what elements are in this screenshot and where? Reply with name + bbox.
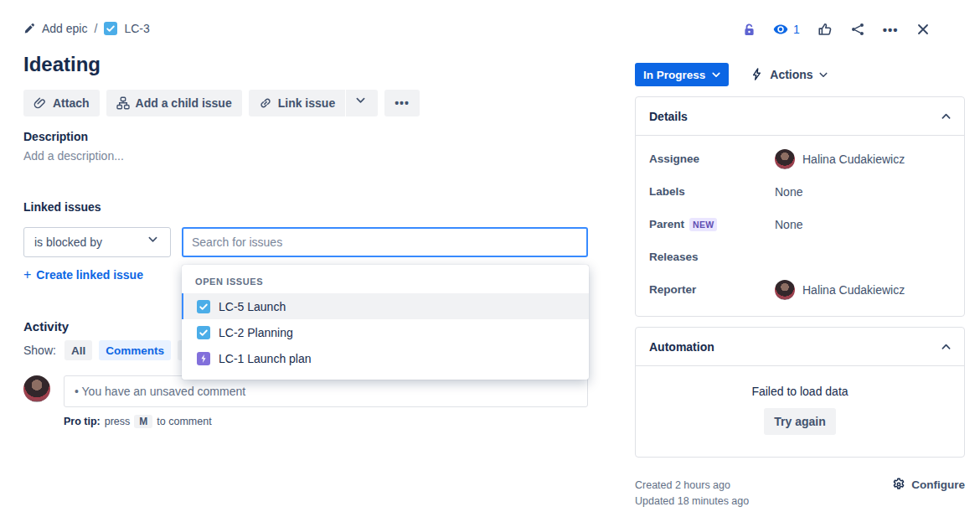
chevron-down-icon [356,97,368,109]
current-user-avatar [23,375,50,402]
paperclip-icon [34,96,47,110]
plus-icon: + [23,267,31,282]
filter-comments[interactable]: Comments [99,340,171,360]
sidebar: In Progress Actions Details Assignee [635,63,965,509]
header-more-button[interactable]: ••• [883,23,899,37]
filter-all[interactable]: All [64,340,92,360]
configure-button[interactable]: Configure [892,478,965,491]
new-badge: NEW [689,218,717,231]
reporter-value[interactable]: Halina Cudakiewicz [775,280,951,300]
status-dropdown-button[interactable]: In Progress [635,63,729,86]
share-icon [850,22,865,37]
automation-error-text: Failed to load data [751,385,848,398]
issue-title[interactable]: Ideating [23,52,588,77]
unlock-button[interactable] [742,23,756,36]
protip-pre: press [105,416,131,427]
labels-label: Labels [649,185,775,198]
status-label: In Progress [643,69,705,81]
chevron-up-icon [941,344,951,350]
toolbar-more-button[interactable]: ••• [384,90,420,116]
like-button[interactable] [818,22,833,37]
field-parent: Parent NEW None [649,208,951,240]
link-type-select[interactable]: is blocked by [23,227,171,257]
parent-label: Parent NEW [649,218,775,231]
description-label: Description [23,130,588,143]
updated-timestamp: Updated 18 minutes ago [635,494,749,509]
automation-panel-body: Failed to load data Try again [636,366,964,457]
watchers-button[interactable]: 1 [773,22,800,37]
link-issue-button[interactable]: Link issue [249,90,345,116]
status-row: In Progress Actions [635,63,965,86]
protip-bold: Pro tip: [64,416,101,427]
details-panel: Details Assignee Halina Cudakiewicz Labe… [635,96,965,317]
gear-icon [892,478,905,491]
eye-icon [773,22,788,37]
try-again-button[interactable]: Try again [764,408,835,435]
chevron-down-icon [148,236,160,248]
comment-composer: • You have an unsaved comment [23,375,588,407]
configure-label: Configure [911,478,965,491]
dropdown-item-lc5[interactable]: LC-5 Launch [182,293,589,319]
link-icon [259,96,272,110]
automation-panel-header[interactable]: Automation [636,328,964,366]
details-panel-body: Assignee Halina Cudakiewicz Labels None … [636,136,964,316]
field-labels: Labels None [649,175,951,208]
created-timestamp: Created 2 hours ago [635,478,749,494]
link-type-value: is blocked by [34,235,102,249]
dropdown-item-lc2[interactable]: LC-2 Planning [182,319,589,345]
create-linked-issue-label: Create linked issue [36,268,143,282]
dropdown-item-label: LC-5 Launch [219,300,286,313]
protip: Pro tip: press M to comment [64,415,588,428]
details-title: Details [649,110,688,123]
breadcrumb-add-epic[interactable]: Add epic [42,22,87,35]
create-linked-issue-link[interactable]: + Create linked issue [23,267,143,282]
assignee-avatar [775,149,795,169]
protip-post: to comment [157,416,211,427]
share-button[interactable] [850,22,865,37]
assignee-value[interactable]: Halina Cudakiewicz [775,149,951,169]
actions-label: Actions [770,68,812,81]
reporter-label: Reporter [649,283,775,296]
dropdown-item-lc1[interactable]: LC-1 Launch plan [182,345,589,371]
m-key-badge: M [134,415,152,428]
dropdown-item-label: LC-1 Launch plan [219,352,312,365]
linked-issues-label: Linked issues [23,200,588,214]
comment-input[interactable]: • You have an unsaved comment [64,375,588,407]
parent-value[interactable]: None [775,218,951,231]
header-actions: 1 ••• [742,18,930,40]
automation-title: Automation [649,340,714,354]
issue-toolbar: Attach Add a child issue Link issue [23,90,588,116]
attach-label: Attach [53,96,90,110]
task-type-icon [197,300,210,313]
close-button[interactable] [916,23,930,36]
field-reporter: Reporter Halina Cudakiewicz [649,273,951,306]
task-type-icon [197,326,210,339]
breadcrumb: Add epic / LC-3 [23,18,588,39]
dropdown-group-label: OPEN ISSUES [182,273,589,293]
chevron-down-icon [712,72,720,78]
labels-value[interactable]: None [775,185,951,199]
link-issue-split-button: Link issue [249,90,378,116]
pencil-icon [23,23,35,34]
link-issue-dropdown-button[interactable] [346,90,378,116]
chevron-up-icon [941,113,951,120]
breadcrumb-issue-key[interactable]: LC-3 [124,22,149,35]
details-panel-header[interactable]: Details [636,97,964,136]
link-issue-label: Link issue [278,96,335,110]
releases-label: Releases [649,251,775,263]
epic-type-icon [197,352,210,365]
reporter-name: Halina Cudakiewicz [802,283,905,297]
description-placeholder[interactable]: Add a description... [23,149,588,163]
field-assignee: Assignee Halina Cudakiewicz [649,142,951,175]
actions-dropdown-button[interactable]: Actions [750,68,827,81]
add-child-issue-button[interactable]: Add a child issue [106,90,242,116]
lightning-icon [750,68,764,81]
watchers-count: 1 [793,23,800,36]
issue-meta: Created 2 hours ago Updated 18 minutes a… [635,478,965,509]
issue-search-input[interactable] [182,227,588,257]
parent-label-text: Parent [649,218,684,230]
close-icon [916,23,930,36]
automation-panel: Automation Failed to load data Try again [635,327,965,458]
task-type-icon [104,22,117,35]
attach-button[interactable]: Attach [23,90,100,116]
